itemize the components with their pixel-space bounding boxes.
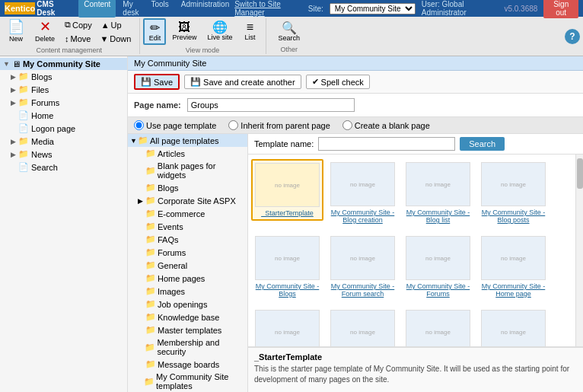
tree-item[interactable]: 📁 General — [128, 259, 247, 272]
new-button[interactable]: 📄 New — [3, 18, 29, 45]
template-card[interactable]: no image — [402, 307, 474, 346]
edit-button[interactable]: ✏ Edit — [143, 18, 166, 46]
search-toolbar-button[interactable]: 🔍 Search — [269, 19, 308, 45]
move-button[interactable]: ↕ Move — [61, 33, 94, 45]
template-card[interactable]: no image My Community Site - Forums — [402, 233, 474, 301]
delete-button[interactable]: ✕ Delete — [30, 18, 59, 45]
sidebar-media: Media — [31, 137, 54, 146]
tree-item[interactable]: 📁 Master templates — [128, 323, 247, 336]
view-mode-label: View mode — [186, 46, 219, 54]
sidebar-item[interactable]: ▶ 📁 News — [0, 148, 127, 161]
template-card[interactable]: no image — [327, 307, 399, 346]
sidebar-item[interactable]: ▶ 📁 Forums — [0, 96, 127, 109]
nav-tools[interactable]: Tools — [145, 0, 174, 18]
template-card[interactable]: no image My Community Site - Blog posts — [477, 159, 550, 227]
list-button[interactable]: ≡ List — [238, 18, 261, 46]
sidebar-blogs: Blogs — [31, 72, 53, 81]
page-name-input[interactable] — [187, 98, 355, 112]
root-label: My Community Site — [23, 59, 100, 69]
copy-button[interactable]: ⧉ Copy — [61, 18, 96, 31]
nav-administration[interactable]: Administration — [176, 0, 234, 18]
help-button[interactable]: ? — [565, 29, 580, 44]
template-search-button[interactable]: Search — [460, 137, 505, 151]
live-site-button[interactable]: 🌐 Live site — [202, 18, 237, 46]
sidebar-item[interactable]: ▶ 📄 Home — [0, 109, 127, 122]
toolbar-sub-group: ⧉ Copy ▲ Up ↕ Move ▼ Down — [61, 18, 135, 45]
template-name-blog-list: My Community Site - Blog list — [405, 209, 471, 224]
template-desc-text: This is the starter page template of My … — [254, 364, 577, 385]
sign-out-button[interactable]: Sign out — [543, 0, 578, 18]
tree-item[interactable]: 📁 FAQs — [128, 233, 247, 246]
save-button[interactable]: 💾 Save — [134, 74, 180, 90]
radio-inherit[interactable]: Inherit from parent page — [228, 120, 330, 130]
template-card[interactable]: no image My Community Site - Forum searc… — [327, 233, 399, 301]
site-select[interactable]: My Community Site — [330, 3, 416, 14]
tree-item[interactable]: 📁 Events — [128, 220, 247, 233]
tree-item[interactable]: 📁 E-commerce — [128, 207, 247, 220]
down-button[interactable]: ▼ Down — [96, 33, 135, 45]
top-bar: Kentico CMS Desk Content My desk Tools A… — [0, 0, 583, 17]
sidebar-logon: Logon page — [31, 124, 75, 133]
sidebar-item[interactable]: ▶ 📄 Logon page — [0, 122, 127, 135]
template-row: no image no image no image — [251, 307, 572, 346]
nav-content[interactable]: Content — [78, 0, 116, 18]
sidebar-item[interactable]: ▶ 📁 Files — [0, 83, 127, 96]
tree-item[interactable]: 📁 Home pages — [128, 272, 247, 285]
radio-use-template[interactable]: Use page template — [134, 120, 216, 130]
spell-check-button[interactable]: ✔ Spell check — [306, 75, 370, 89]
tree-item[interactable]: 📁 Job openings — [128, 298, 247, 311]
template-card[interactable]: no image My Community Site - Blog list — [402, 159, 474, 227]
template-grid: no image _StarterTemplate no image My Co… — [248, 155, 575, 346]
template-card[interactable]: no image — [251, 307, 323, 346]
template-row: no image _StarterTemplate no image My Co… — [251, 159, 572, 227]
nav-mydesk[interactable]: My desk — [117, 0, 144, 18]
tree-item[interactable]: 📁 Blank pages for widgets — [128, 160, 247, 181]
template-name-starter: _StarterTemplate — [261, 209, 314, 217]
tree-item[interactable]: 📁 Images — [128, 285, 247, 298]
tree-item[interactable]: 📁 Forums — [128, 246, 247, 259]
template-search-bar: Template name: Search — [248, 134, 583, 155]
template-card[interactable]: no image My Community Site - Home page — [477, 233, 550, 301]
template-card[interactable]: no image — [477, 307, 550, 346]
kentico-logo: Kentico CMS Desk — [5, 0, 69, 17]
toolbar-group-content: 📄 New ✕ Delete ⧉ Copy ▲ Up — [3, 18, 140, 54]
up-button[interactable]: ▲ Up — [97, 18, 126, 31]
sidebar-item[interactable]: ▶ 📄 Search — [0, 161, 127, 174]
spell-check-icon: ✔ — [312, 77, 319, 87]
tree-root[interactable]: ▼ 🖥 My Community Site — [0, 58, 127, 70]
sidebar-files: Files — [31, 85, 49, 94]
tree-item[interactable]: ▼ 📁 All page templates — [128, 134, 247, 147]
switch-site-link[interactable]: Switch to Site Manager — [234, 0, 302, 17]
sidebar-home: Home — [31, 111, 53, 120]
template-card-starter[interactable]: no image _StarterTemplate — [251, 159, 323, 221]
sidebar-forums: Forums — [31, 98, 59, 107]
template-search-input[interactable] — [318, 137, 455, 151]
toolbar: 📄 New ✕ Delete ⧉ Copy ▲ Up — [0, 17, 583, 56]
template-name-forums: My Community Site - Forums — [405, 282, 471, 298]
radio-blank[interactable]: Create a blank page — [342, 120, 430, 130]
version-label: v5.0.3688 — [504, 5, 537, 13]
site-label: Site: — [308, 5, 323, 13]
sidebar-search: Search — [31, 163, 58, 172]
save-icon: 💾 — [141, 77, 151, 87]
tree-item[interactable]: 📁 Articles — [128, 147, 247, 160]
tree-item[interactable]: 📁 Message boards — [128, 358, 247, 371]
other-label: Other — [280, 46, 298, 53]
template-card[interactable]: no image My Community Site - Blogs — [251, 233, 323, 301]
tree-item[interactable]: 📁 My Community Site templates — [128, 371, 247, 392]
tree-item[interactable]: ▶ 📁 Corporate Site ASPX — [128, 194, 247, 207]
site-tree: ▼ 🖥 My Community Site ▶ 📁 Blogs ▶ 📁 File… — [0, 56, 128, 392]
sidebar-item[interactable]: ▶ 📁 Media — [0, 135, 127, 148]
grid-scrollbar[interactable] — [575, 155, 583, 346]
preview-button[interactable]: 🖼 Preview — [167, 18, 201, 46]
sidebar-item[interactable]: ▶ 📁 Blogs — [0, 70, 127, 83]
save-create-button[interactable]: 💾 Save and create another — [184, 75, 301, 89]
breadcrumb-text: My Community Site — [134, 59, 206, 68]
template-card[interactable]: no image My Community Site - Blog creati… — [327, 159, 399, 227]
tree-item[interactable]: 📁 Knowledge base — [128, 311, 247, 323]
template-row: no image My Community Site - Blogs no im… — [251, 233, 572, 301]
user-label: User: Global Administrator — [422, 0, 499, 17]
template-name-blog-posts: My Community Site - Blog posts — [480, 209, 546, 224]
tree-item[interactable]: 📁 Blogs — [128, 181, 247, 194]
tree-item[interactable]: 📁 Membership and security — [128, 336, 247, 358]
